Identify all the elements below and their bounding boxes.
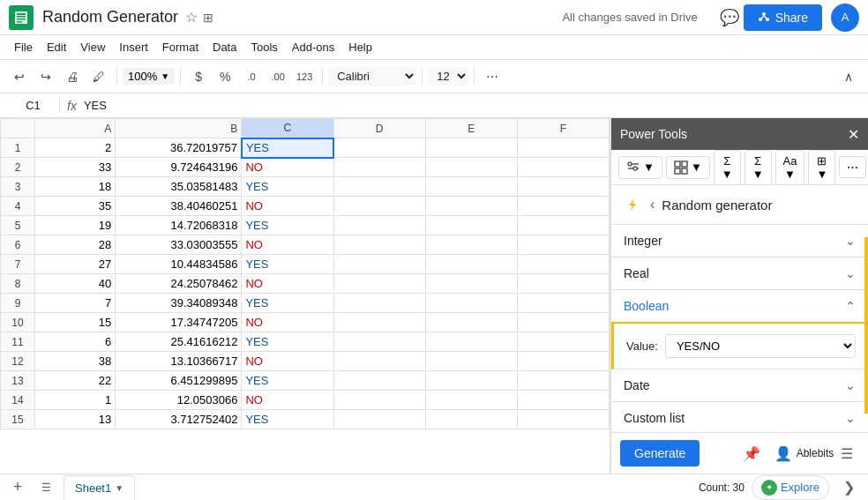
cell-a[interactable]: 33 [35, 158, 116, 177]
col-header-f[interactable]: F [517, 119, 609, 138]
pin-icon[interactable]: 📌 [739, 441, 764, 466]
slides-icon[interactable]: ⊞ [203, 11, 213, 25]
cell-b[interactable]: 10.44834586 [116, 255, 242, 274]
panel-more-button[interactable]: ⋯ [839, 156, 866, 178]
cell-e[interactable] [425, 332, 517, 352]
panel-tools-button[interactable]: ▼ [618, 156, 662, 179]
cell-d[interactable] [333, 197, 425, 216]
cell-a[interactable]: 2 [35, 138, 116, 158]
cell-c[interactable]: YES [242, 371, 333, 391]
decimal1-button[interactable]: .0 [239, 64, 264, 89]
cell-c[interactable]: NO [242, 197, 333, 216]
col-header-b[interactable]: B [116, 119, 242, 138]
cell-e[interactable] [425, 138, 517, 158]
cell-f[interactable] [517, 294, 609, 313]
cell-f[interactable] [517, 216, 609, 235]
back-button[interactable]: ‹ [650, 197, 655, 213]
cell-f[interactable] [517, 158, 609, 177]
decimal2-button[interactable]: .00 [266, 64, 290, 89]
menu-view[interactable]: View [73, 39, 112, 56]
cell-c[interactable]: YES [242, 216, 333, 235]
cell-f[interactable] [517, 274, 609, 294]
collapse-toolbar-button[interactable]: ∧ [836, 64, 861, 89]
panel-grid-button[interactable]: ▼ [666, 156, 710, 179]
cell-c[interactable]: NO [242, 313, 333, 332]
cell-b[interactable]: 35.03581483 [116, 177, 242, 197]
menu-data[interactable]: Data [206, 39, 243, 56]
col-header-c[interactable]: C [242, 119, 333, 138]
share-button[interactable]: Share [744, 4, 822, 31]
cell-a[interactable]: 18 [35, 177, 116, 197]
cell-c[interactable]: YES [242, 410, 333, 429]
cell-a[interactable]: 15 [35, 313, 116, 332]
cell-e[interactable] [425, 391, 517, 410]
section-custom-list[interactable]: Custom list ⌄ [611, 402, 868, 432]
cell-a[interactable]: 38 [35, 352, 116, 371]
cell-c[interactable]: YES [242, 138, 333, 158]
redo-button[interactable]: ↪ [34, 64, 58, 89]
cell-d[interactable] [333, 391, 425, 410]
col-header-a[interactable]: A [35, 119, 116, 138]
currency-button[interactable]: $ [186, 64, 211, 89]
generate-button[interactable]: Generate [620, 440, 700, 466]
section-boolean[interactable]: Boolean ⌄ [611, 290, 868, 324]
cell-a[interactable]: 35 [35, 197, 116, 216]
cell-c[interactable]: NO [242, 274, 333, 294]
cell-b[interactable]: 39.34089348 [116, 294, 242, 313]
panel-table-button[interactable]: ⊞ ▼ [808, 150, 835, 185]
panel-sigma-button[interactable]: Σ ▼ [714, 150, 741, 185]
cell-d[interactable] [333, 313, 425, 332]
percent-button[interactable]: % [213, 64, 237, 89]
cell-a[interactable]: 40 [35, 274, 116, 294]
menu-help[interactable]: Help [341, 39, 379, 56]
cell-e[interactable] [425, 255, 517, 274]
cell-b[interactable]: 36.72019757 [116, 138, 242, 158]
cell-d[interactable] [333, 332, 425, 352]
cell-d[interactable] [333, 371, 425, 391]
cell-c[interactable]: NO [242, 158, 333, 177]
cell-e[interactable] [425, 158, 517, 177]
zoom-select[interactable]: 100% ▼ [123, 68, 175, 85]
cell-e[interactable] [425, 177, 517, 197]
cell-f[interactable] [517, 410, 609, 429]
cell-a[interactable]: 1 [35, 391, 116, 410]
panel-close-button[interactable]: ✕ [848, 126, 859, 143]
cell-f[interactable] [517, 138, 609, 158]
menu-addons[interactable]: Add-ons [285, 39, 341, 56]
cell-c[interactable]: NO [242, 352, 333, 371]
cell-d[interactable] [333, 255, 425, 274]
menu-icon[interactable]: ☰ [834, 441, 859, 466]
undo-button[interactable]: ↩ [7, 64, 32, 89]
cell-b[interactable]: 3.712752402 [116, 410, 242, 429]
font-select[interactable]: Calibri [328, 67, 416, 86]
cell-d[interactable] [333, 138, 425, 158]
section-date[interactable]: Date ⌄ [611, 369, 868, 402]
print-button[interactable]: 🖨 [60, 64, 85, 89]
cell-f[interactable] [517, 255, 609, 274]
cell-e[interactable] [425, 371, 517, 391]
cell-d[interactable] [333, 294, 425, 313]
cell-d[interactable] [333, 158, 425, 177]
cell-b[interactable]: 9.724643196 [116, 158, 242, 177]
cell-b[interactable]: 13.10366717 [116, 352, 242, 371]
cell-a[interactable]: 27 [35, 255, 116, 274]
cell-a[interactable]: 7 [35, 294, 116, 313]
cell-a[interactable]: 13 [35, 410, 116, 429]
cell-f[interactable] [517, 197, 609, 216]
person-icon[interactable]: 👤 [771, 441, 796, 466]
col-header-d[interactable]: D [333, 119, 425, 138]
formula-value[interactable]: YES [84, 99, 107, 112]
menu-edit[interactable]: Edit [40, 39, 73, 56]
add-sheet-button[interactable]: + [7, 477, 28, 498]
cell-e[interactable] [425, 313, 517, 332]
cell-d[interactable] [333, 177, 425, 197]
cell-b[interactable]: 24.25078462 [116, 274, 242, 294]
cell-a[interactable]: 28 [35, 235, 116, 255]
cell-b[interactable]: 25.41616212 [116, 332, 242, 352]
cell-b[interactable]: 38.40460251 [116, 197, 242, 216]
sheets-menu-button[interactable]: ☰ [35, 477, 56, 498]
cell-e[interactable] [425, 235, 517, 255]
cell-a[interactable]: 6 [35, 332, 116, 352]
cell-a[interactable]: 19 [35, 216, 116, 235]
cell-reference[interactable]: C1 [7, 99, 60, 112]
